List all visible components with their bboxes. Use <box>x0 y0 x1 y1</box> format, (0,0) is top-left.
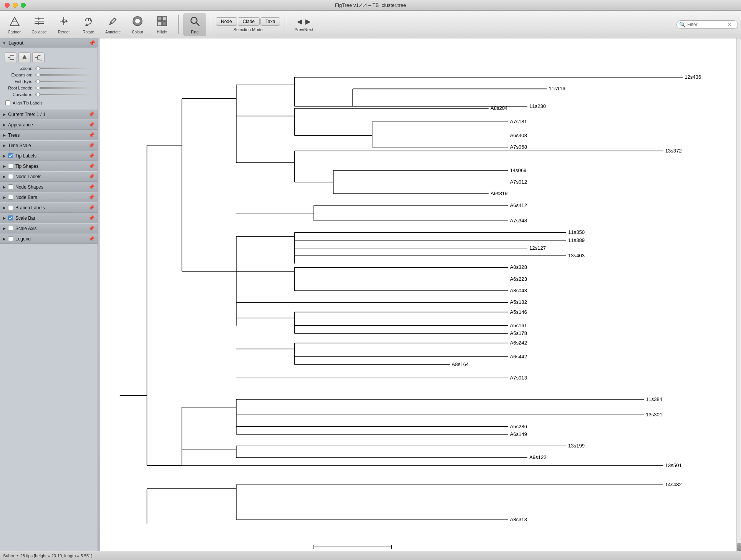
layout-pin-icon[interactable]: 📌 <box>89 40 95 46</box>
cartoon-button[interactable]: Cartoon <box>3 13 26 36</box>
curvature-thumb[interactable] <box>36 93 40 96</box>
sidebar-item-pin-scale-axis[interactable]: 📌 <box>88 225 94 231</box>
sidebar-item-scale-axis[interactable]: ▶Scale Axis📌 <box>0 223 98 234</box>
sidebar-item-pin-current-tree[interactable]: 📌 <box>88 111 94 117</box>
sidebar-item-label-current-tree: Current Tree: 1 / 1 <box>8 112 87 117</box>
clade-button[interactable]: Clade <box>238 17 260 26</box>
sidebar-item-label-branch-labels: Branch Labels <box>15 205 87 210</box>
sidebar-item-pin-appearance[interactable]: 📌 <box>88 122 94 128</box>
sidebar-item-checkbox-node-shapes[interactable] <box>8 184 13 189</box>
sidebar-item-checkbox-scale-bar[interactable] <box>8 215 13 220</box>
colour-button[interactable]: Colour <box>126 13 149 36</box>
sidebar-item-scale-bar[interactable]: ▶Scale Bar📌 <box>0 213 98 223</box>
taxon-A5s146: A5s146 <box>510 309 527 315</box>
sidebar-item-checkbox-tip-shapes[interactable] <box>8 164 13 169</box>
sidebar-item-pin-branch-labels[interactable]: 📌 <box>88 205 94 210</box>
fish-eye-thumb[interactable] <box>36 80 40 83</box>
sidebar-item-label-trees: Trees <box>8 133 87 138</box>
sidebar-item-checkbox-legend[interactable] <box>8 236 13 241</box>
sidebar-item-appearance[interactable]: ▶Appearance📌 <box>0 119 98 130</box>
layout-rectangular-button[interactable] <box>5 52 17 63</box>
status-bar: Subtree: 28 tips [height = 20.19, length… <box>0 551 741 560</box>
sidebar-item-pin-scale-bar[interactable]: 📌 <box>88 215 94 221</box>
svg-line-36 <box>38 60 41 60</box>
tree-panel[interactable]: 11s116 11s230 12s436 A8s204 A7s181 A6s40… <box>100 38 741 551</box>
sidebar-item-pin-node-bars[interactable]: 📌 <box>88 194 94 200</box>
title-bar: FigTree v1.4.4 – TB_cluster.tree <box>0 0 741 11</box>
taxon-A7s348: A7s348 <box>510 218 527 224</box>
sidebar-item-tip-labels[interactable]: ▶Tip Labels📌 <box>0 151 98 161</box>
zoom-slider[interactable] <box>35 68 93 69</box>
minimize-button[interactable] <box>13 3 18 8</box>
layout-slanted-button[interactable] <box>32 52 45 63</box>
sidebar-item-pin-time-scale[interactable]: 📌 <box>88 142 94 148</box>
sidebar-item-checkbox-tip-labels[interactable] <box>8 153 13 158</box>
expansion-row: Expansion: <box>3 73 94 77</box>
sidebar-item-current-tree[interactable]: ▶Current Tree: 1 / 1📌 <box>0 109 98 119</box>
fish-eye-slider[interactable] <box>35 81 93 82</box>
scroll-area[interactable] <box>736 38 741 551</box>
filter-clear-icon[interactable]: ✕ <box>727 22 732 28</box>
filter-input[interactable] <box>687 22 726 27</box>
svg-point-24 <box>191 17 197 23</box>
sidebar-item-pin-trees[interactable]: 📌 <box>88 132 94 138</box>
sidebar-item-label-scale-bar: Scale Bar <box>15 215 87 221</box>
sidebar-item-checkbox-node-labels[interactable] <box>8 174 13 179</box>
annotate-button[interactable]: Annotate <box>101 13 124 36</box>
sidebar-item-node-labels[interactable]: ▶Node Labels📌 <box>0 171 98 182</box>
taxon-13s372: 13s372 <box>665 148 682 154</box>
sidebar-item-pin-node-labels[interactable]: 📌 <box>88 174 94 179</box>
close-button[interactable] <box>5 3 10 8</box>
reroot-icon <box>58 15 70 29</box>
node-button[interactable]: Node <box>216 17 237 26</box>
maximize-button[interactable] <box>21 3 26 8</box>
sidebar-item-checkbox-scale-axis[interactable] <box>8 226 13 231</box>
sidebar-item-pin-node-shapes[interactable]: 📌 <box>88 184 94 190</box>
zoom-thumb[interactable] <box>36 66 40 70</box>
find-button[interactable]: Find <box>183 13 206 36</box>
layout-section-header[interactable]: ▼ Layout 📌 <box>0 38 98 48</box>
taxa-button[interactable]: Taxa <box>260 17 280 26</box>
hilight-icon <box>156 15 168 29</box>
taxon-A5s182: A5s182 <box>510 299 527 305</box>
hilight-button[interactable]: Hilight <box>151 13 174 36</box>
curvature-slider[interactable] <box>35 94 93 95</box>
rotate-button[interactable]: Rotate <box>77 13 100 36</box>
svg-line-25 <box>196 23 199 26</box>
main-content: ▼ Layout 📌 <box>0 38 741 551</box>
expansion-thumb[interactable] <box>36 73 40 77</box>
svg-marker-5 <box>38 17 40 20</box>
next-button[interactable]: ▶ <box>305 17 311 26</box>
sidebar-item-arrow-appearance: ▶ <box>3 123 6 127</box>
align-tip-checkbox[interactable] <box>5 100 10 105</box>
sidebar-item-tip-shapes[interactable]: ▶Tip Shapes📌 <box>0 161 98 171</box>
sidebar-item-trees[interactable]: ▶Trees📌 <box>0 130 98 140</box>
reroot-button[interactable]: Reroot <box>52 13 75 36</box>
filter-box: 🔍 ✕ <box>676 20 738 29</box>
sidebar-item-pin-tip-shapes[interactable]: 📌 <box>88 163 94 169</box>
sidebar-item-pin-tip-labels[interactable]: 📌 <box>88 153 94 159</box>
prev-next-buttons: ◀ ▶ <box>297 17 311 26</box>
expansion-slider[interactable] <box>35 74 93 76</box>
layout-radial-button[interactable] <box>18 52 31 63</box>
sidebar-item-branch-labels[interactable]: ▶Branch Labels📌 <box>0 202 98 213</box>
svg-line-35 <box>38 55 41 56</box>
taxon-11s384: 11s384 <box>646 396 662 402</box>
status-text: Subtree: 28 tips [height = 20.19, length… <box>3 553 92 558</box>
prev-button[interactable]: ◀ <box>297 17 302 26</box>
collapse-button[interactable]: Collapse <box>28 13 51 36</box>
root-length-slider[interactable] <box>35 87 93 89</box>
sidebar-item-time-scale[interactable]: ▶Time Scale📌 <box>0 140 98 151</box>
sidebar-item-checkbox-node-bars[interactable] <box>8 195 13 200</box>
root-length-thumb[interactable] <box>36 86 40 90</box>
sidebar-item-legend[interactable]: ▶Legend📌 <box>0 234 98 244</box>
sidebar-item-pin-legend[interactable]: 📌 <box>88 236 94 242</box>
sidebar-item-node-bars[interactable]: ▶Node Bars📌 <box>0 192 98 202</box>
sidebar-item-arrow-legend: ▶ <box>3 237 6 241</box>
sidebar-item-checkbox-branch-labels[interactable] <box>8 205 13 210</box>
scroll-indicator[interactable] <box>737 543 741 551</box>
taxon-A7s013: A7s013 <box>510 375 527 381</box>
sidebar-item-node-shapes[interactable]: ▶Node Shapes📌 <box>0 182 98 192</box>
svg-marker-6 <box>38 22 40 25</box>
reroot-label: Reroot <box>58 30 70 34</box>
